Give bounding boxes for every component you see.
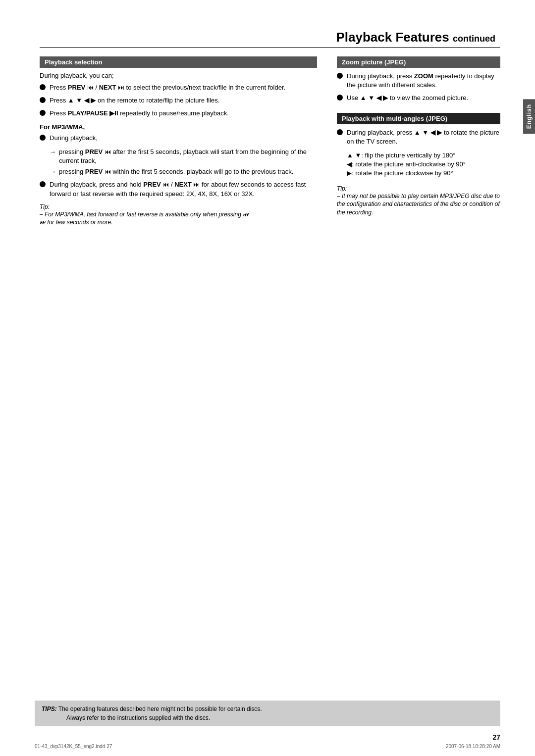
- footer-meta-left: 01-43_dvp3142K_55_eng2.indd 27: [35, 744, 112, 749]
- zoom-section: Zoom picture (JPEG) During playback, pre…: [337, 56, 500, 103]
- list-item: During playback,: [40, 134, 317, 143]
- bullet-text: Press PLAY/PAUSE ▶II repeatedly to pause…: [50, 109, 229, 118]
- arrow-icon: →: [50, 148, 56, 156]
- mp3-subsection-title: For MP3/WMA,: [40, 123, 317, 131]
- bullet-text: Press ▲ ▼ ◀ ▶ on the remote to rotate/fl…: [50, 96, 219, 105]
- bullet-text: Use ▲ ▼ ◀ ▶ to view the zoomed picture.: [347, 94, 468, 102]
- list-item: During playback, press and hold PREV ⏮ /…: [40, 180, 317, 198]
- tip-label: Tip:: [40, 203, 317, 210]
- tip-text: – For MP3/WMA, fast forward or fast reve…: [40, 210, 317, 219]
- sub-arrow-list: → pressing PREV ⏮ after the first 5 seco…: [40, 148, 317, 177]
- playback-selection-header: Playback selection: [40, 56, 317, 68]
- left-margin-line: [25, 0, 25, 756]
- multi-angles-section: Playback with multi-angles (JPEG) During…: [337, 113, 500, 217]
- list-item: Press ▲ ▼ ◀ ▶ on the remote to rotate/fl…: [40, 96, 317, 105]
- sub-line: ▲ ▼: flip the picture vertically by 180°: [347, 151, 500, 160]
- tips-text-content: The operating features described here mi…: [58, 706, 262, 712]
- playback-intro: During playback, you can;: [40, 72, 317, 79]
- bullet-dot: [40, 181, 46, 187]
- bullet-text: During playback, press ▲ ▼ ◀ ▶ to rotate…: [347, 128, 500, 146]
- right-column: Zoom picture (JPEG) During playback, pre…: [332, 56, 500, 227]
- footer-meta: 01-43_dvp3142K_55_eng2.indd 27 2007-06-1…: [35, 744, 500, 749]
- page-number: 27: [492, 733, 500, 741]
- zoom-bullets: During playback, press ZOOM repeatedly t…: [337, 72, 500, 103]
- page-title-continued: continued: [453, 34, 495, 44]
- list-item: Press PLAY/PAUSE ▶II repeatedly to pause…: [40, 109, 317, 118]
- sub-line: ◀: rotate the picture anti-clockwise by …: [347, 160, 500, 169]
- multi-angles-tip: Tip: – It may not be possible to play ce…: [337, 185, 500, 217]
- page: English Playback Features continued Play…: [0, 0, 535, 756]
- bullet-dot: [40, 135, 46, 141]
- mp3-tip: Tip: – For MP3/WMA, fast forward or fast…: [40, 203, 317, 227]
- tip-text: – It may not be possible to play certain…: [337, 192, 500, 217]
- footer-bar: TIPS: The operating features described h…: [35, 701, 500, 726]
- zoom-header: Zoom picture (JPEG): [337, 56, 500, 68]
- bullet-dot: [40, 97, 46, 103]
- playback-bullets: Press PREV ⏮ / NEXT ⏭ to select the prev…: [40, 83, 317, 118]
- tips-text2-indent: Always refer to the instructions supplie…: [42, 714, 210, 721]
- bullet-text: During playback, press and hold PREV ⏮ /…: [50, 180, 317, 198]
- sub-arrow-text: pressing PREV ⏮ within the first 5 secon…: [59, 167, 293, 176]
- multi-angles-sublines: ▲ ▼: flip the picture vertically by 180°…: [337, 151, 500, 178]
- bullet-dot: [337, 95, 343, 101]
- bullet-text: During playback, press ZOOM repeatedly t…: [347, 72, 500, 90]
- mp3-bullets: During playback,: [40, 134, 317, 143]
- tip-text2: ⏭ for few seconds or more.: [40, 218, 317, 227]
- list-item: → pressing PREV ⏮ after the first 5 seco…: [50, 148, 317, 165]
- bullet-dot: [40, 110, 46, 116]
- mp3-bullets2: During playback, press and hold PREV ⏮ /…: [40, 180, 317, 198]
- list-item: During playback, press ▲ ▼ ◀ ▶ to rotate…: [337, 128, 500, 146]
- multi-angles-header: Playback with multi-angles (JPEG): [337, 113, 500, 124]
- left-column: Playback selection During playback, you …: [40, 56, 332, 227]
- list-item: During playback, press ZOOM repeatedly t…: [337, 72, 500, 90]
- bullet-dot: [337, 129, 343, 135]
- footer-meta-right: 2007-06-18 10:28:20 AM: [446, 744, 500, 749]
- content-area: Playback selection During playback, you …: [40, 56, 500, 227]
- list-item: Use ▲ ▼ ◀ ▶ to view the zoomed picture.: [337, 94, 500, 102]
- bullet-dot: [40, 84, 46, 90]
- bullet-text: During playback,: [50, 134, 98, 143]
- list-item: → pressing PREV ⏮ within the first 5 sec…: [50, 167, 317, 176]
- page-title-bold: Playback Features: [336, 30, 449, 45]
- english-tab: English: [523, 99, 535, 134]
- sub-line: ▶: rotate the picture clockwise by 90°: [347, 169, 500, 178]
- tip-label: Tip:: [337, 185, 500, 192]
- multi-angles-bullets: During playback, press ▲ ▼ ◀ ▶ to rotate…: [337, 128, 500, 146]
- bullet-dot: [337, 73, 343, 79]
- arrow-icon: →: [50, 167, 56, 176]
- page-title: Playback Features continued: [40, 30, 500, 48]
- tips-label: TIPS:: [42, 706, 57, 712]
- list-item: Press PREV ⏮ / NEXT ⏭ to select the prev…: [40, 83, 317, 92]
- bullet-text: Press PREV ⏮ / NEXT ⏭ to select the prev…: [50, 83, 285, 92]
- right-margin-line: [510, 0, 510, 756]
- sub-arrow-text: pressing PREV ⏮ after the first 5 second…: [59, 148, 317, 165]
